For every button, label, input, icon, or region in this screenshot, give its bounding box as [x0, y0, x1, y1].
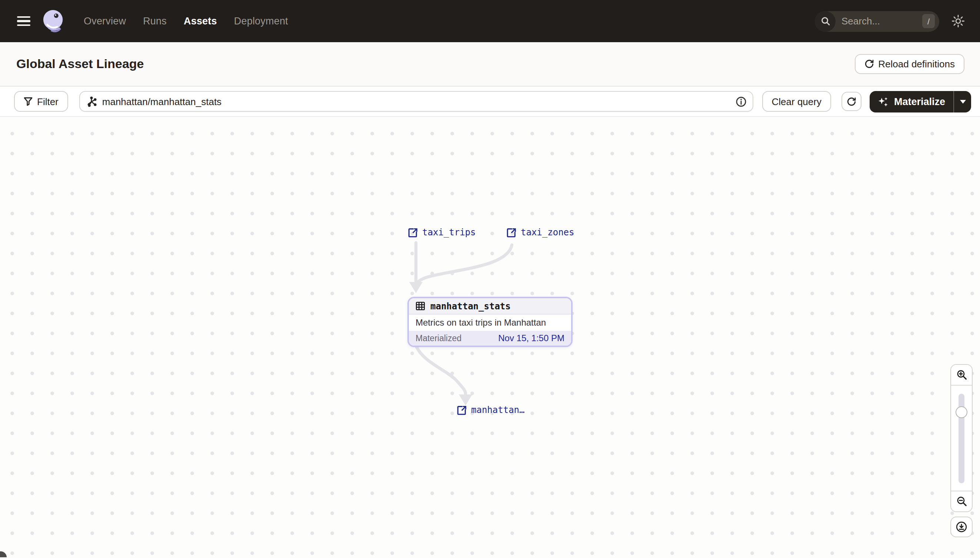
search-icon — [815, 11, 835, 31]
asset-node-taxi-zones[interactable]: taxi_zones — [507, 227, 575, 238]
filter-button[interactable]: Filter — [14, 91, 68, 112]
clear-query-label: Clear query — [772, 96, 822, 107]
nav-item-runs[interactable]: Runs — [143, 16, 167, 27]
zoom-in-button[interactable] — [951, 365, 972, 385]
chevron-down-icon — [960, 100, 965, 103]
zoom-out-button[interactable] — [951, 491, 972, 511]
filter-icon — [24, 97, 33, 106]
search-placeholder: Search... — [842, 16, 922, 27]
materialize-button[interactable]: Materialize — [870, 91, 971, 112]
asset-label: taxi_zones — [521, 227, 575, 238]
gear-icon[interactable] — [951, 14, 965, 28]
clear-query-button[interactable]: Clear query — [762, 91, 831, 112]
nav-item-overview[interactable]: Overview — [84, 16, 126, 27]
search-shortcut-badge: / — [922, 14, 935, 28]
reload-definitions-label: Reload definitions — [878, 59, 955, 70]
hamburger-menu-icon[interactable] — [17, 16, 30, 26]
external-link-icon — [507, 228, 516, 237]
asset-card-description: Metrics on taxi trips in Manhattan — [409, 315, 571, 331]
external-link-icon — [408, 228, 418, 237]
download-image-button[interactable] — [950, 517, 973, 537]
zoom-out-icon — [956, 496, 967, 507]
zoom-in-icon — [956, 369, 967, 381]
asset-card-footer: Materialized Nov 15, 1:50 PM — [409, 331, 571, 346]
materialize-dropdown-toggle[interactable] — [954, 91, 971, 112]
zoom-controls — [950, 364, 973, 537]
reload-icon — [864, 59, 874, 69]
primary-nav: Overview Runs Assets Deployment — [84, 16, 288, 27]
zoom-slider-thumb[interactable] — [955, 406, 967, 418]
dagster-app: Overview Runs Assets Deployment Search..… — [0, 0, 980, 558]
download-icon — [955, 521, 967, 533]
lineage-toolbar: Filter manhattan/manhattan_stats — [0, 87, 980, 117]
asset-card-header: manhattan_stats — [409, 298, 571, 315]
asset-label: manhattan… — [471, 405, 525, 415]
global-search-input[interactable]: Search... / — [815, 11, 939, 31]
asset-graph-icon — [86, 96, 97, 107]
asset-query-input[interactable]: manhattan/manhattan_stats — [79, 91, 753, 112]
reload-definitions-button[interactable]: Reload definitions — [855, 54, 964, 74]
page-header: Global Asset Lineage Reload definitions — [0, 42, 980, 87]
nav-item-assets[interactable]: Assets — [184, 16, 217, 27]
asset-card-title: manhattan_stats — [430, 301, 511, 311]
asset-card-manhattan-stats[interactable]: manhattan_stats Metrics on taxi trips in… — [407, 297, 573, 347]
refresh-button[interactable] — [842, 92, 861, 111]
refresh-icon — [847, 97, 856, 106]
external-link-icon — [457, 405, 467, 415]
sparkles-icon — [878, 96, 889, 107]
materialized-status: Materialized — [415, 334, 461, 343]
materialized-timestamp[interactable]: Nov 15, 1:50 PM — [498, 333, 565, 343]
info-icon[interactable] — [736, 96, 747, 107]
dagster-logo[interactable] — [41, 9, 66, 33]
zoom-slider[interactable] — [951, 385, 972, 491]
filter-label: Filter — [37, 96, 59, 107]
asset-query-value: manhattan/manhattan_stats — [102, 96, 736, 107]
asset-node-manhattan-truncated[interactable]: manhattan… — [457, 405, 525, 415]
lineage-canvas[interactable]: taxi_trips taxi_zones manhattan_stats Me… — [0, 117, 980, 557]
page-title: Global Asset Lineage — [16, 57, 144, 71]
nav-item-deployment[interactable]: Deployment — [234, 16, 288, 27]
asset-node-taxi-trips[interactable]: taxi_trips — [408, 227, 476, 238]
asset-label: taxi_trips — [422, 227, 476, 238]
table-icon — [415, 301, 425, 311]
materialize-label: Materialize — [894, 96, 945, 107]
top-navbar: Overview Runs Assets Deployment Search..… — [0, 0, 980, 42]
